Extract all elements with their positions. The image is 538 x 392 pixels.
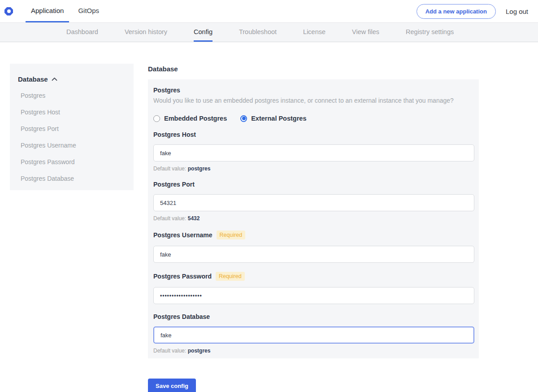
sidebar-item-postgres-username[interactable]: Postgres Username <box>18 142 126 149</box>
subnav-tab-version-history-label: Version history <box>125 28 167 35</box>
postgres-host-default-helper: Default value: postgres <box>153 166 473 172</box>
config-page: Database Postgres Postgres Host Postgres… <box>0 42 538 392</box>
chevron-up-icon <box>52 77 57 81</box>
sidebar-group-database-label: Database <box>18 75 48 83</box>
radio-selected-icon[interactable] <box>240 115 247 122</box>
subnav-tab-version-history[interactable]: Version history <box>125 23 167 42</box>
subnav-tab-dashboard[interactable]: Dashboard <box>66 23 98 42</box>
subnav-tab-license[interactable]: License <box>303 23 325 42</box>
config-sidebar: Database Postgres Postgres Host Postgres… <box>10 64 134 190</box>
field-label-postgres-password-text: Postgres Password <box>153 273 212 280</box>
postgres-database-input[interactable] <box>153 327 474 344</box>
default-value-label: Default value: <box>153 166 186 172</box>
field-label-postgres-database-text: Postgres Database <box>153 313 210 320</box>
field-label-postgres-password: Postgres Password Required <box>153 272 473 281</box>
postgres-port-default-helper: Default value: 5432 <box>153 215 473 222</box>
sidebar-item-postgres-database[interactable]: Postgres Database <box>18 175 126 182</box>
topbar-right: Add a new application Log out <box>417 0 538 22</box>
radio-external-postgres-label: External Postgres <box>251 115 306 122</box>
subnav-tab-troubleshoot[interactable]: Troubleshoot <box>239 23 277 42</box>
database-config-card: Postgres Would you like to use an embedd… <box>148 79 479 358</box>
subnav-tab-license-label: License <box>303 28 325 35</box>
postgres-group-help-text: Would you like to use an embedded postgr… <box>153 97 473 104</box>
subnav-tab-registry-settings-label: Registry settings <box>406 28 454 35</box>
field-label-postgres-database: Postgres Database <box>153 313 473 320</box>
radio-external-postgres[interactable]: External Postgres <box>240 115 306 122</box>
section-heading-database: Database <box>148 65 479 73</box>
logout-link[interactable]: Log out <box>506 8 528 15</box>
subnav-tab-config-label: Config <box>194 28 213 35</box>
field-label-postgres-username: Postgres Username Required <box>153 231 473 240</box>
sidebar-item-postgres-password[interactable]: Postgres Password <box>18 158 126 166</box>
subnav-tab-troubleshoot-label: Troubleshoot <box>239 28 277 35</box>
tab-gitops[interactable]: GitOps <box>73 0 104 22</box>
app-subnav: Dashboard Version history Config Trouble… <box>0 22 538 42</box>
sidebar-group-database[interactable]: Database <box>18 75 126 83</box>
default-value-text: postgres <box>188 348 211 354</box>
postgres-type-radio-group: Embedded Postgres External Postgres <box>153 115 473 122</box>
field-label-postgres-username-text: Postgres Username <box>153 231 213 239</box>
postgres-password-input[interactable] <box>153 287 474 304</box>
sidebar-item-postgres[interactable]: Postgres <box>18 92 126 99</box>
save-config-button[interactable]: Save config <box>148 379 196 392</box>
default-value-text: postgres <box>188 166 211 172</box>
subnav-tab-registry-settings[interactable]: Registry settings <box>406 23 454 42</box>
sidebar-item-postgres-port[interactable]: Postgres Port <box>18 125 126 132</box>
tab-application[interactable]: Application <box>26 0 69 22</box>
tab-application-label: Application <box>31 7 64 14</box>
config-main: Database Postgres Would you like to use … <box>148 65 479 392</box>
subnav-tab-view-files[interactable]: View files <box>352 23 379 42</box>
radio-embedded-postgres[interactable]: Embedded Postgres <box>153 115 227 122</box>
radio-embedded-postgres-label: Embedded Postgres <box>164 115 227 122</box>
field-label-postgres-host: Postgres Host <box>153 131 473 138</box>
tab-gitops-label: GitOps <box>78 7 99 14</box>
radio-unselected-icon[interactable] <box>153 115 160 122</box>
postgres-username-input[interactable] <box>153 246 474 263</box>
default-value-text: 5432 <box>188 215 200 222</box>
subnav-tab-config[interactable]: Config <box>194 23 213 42</box>
app-logo[interactable] <box>4 0 13 22</box>
replicated-logo-icon <box>4 7 13 16</box>
required-badge: Required <box>217 231 246 240</box>
postgres-host-input[interactable] <box>153 144 474 161</box>
default-value-label: Default value: <box>153 215 186 222</box>
postgres-port-input[interactable] <box>153 194 474 211</box>
sidebar-item-postgres-host[interactable]: Postgres Host <box>18 109 126 116</box>
add-new-application-button[interactable]: Add a new application <box>417 4 496 19</box>
default-value-label: Default value: <box>153 348 186 354</box>
subnav-tab-dashboard-label: Dashboard <box>66 28 98 35</box>
field-label-postgres-port: Postgres Port <box>153 181 473 188</box>
required-badge: Required <box>216 272 245 281</box>
field-label-postgres-port-text: Postgres Port <box>153 181 195 188</box>
top-tabs: Application GitOps <box>26 0 104 22</box>
top-navbar: Application GitOps Add a new application… <box>0 0 538 22</box>
postgres-database-default-helper: Default value: postgres <box>153 348 473 354</box>
field-label-postgres-host-text: Postgres Host <box>153 131 196 138</box>
subnav-tab-view-files-label: View files <box>352 28 379 35</box>
postgres-group-label: Postgres <box>153 87 473 94</box>
